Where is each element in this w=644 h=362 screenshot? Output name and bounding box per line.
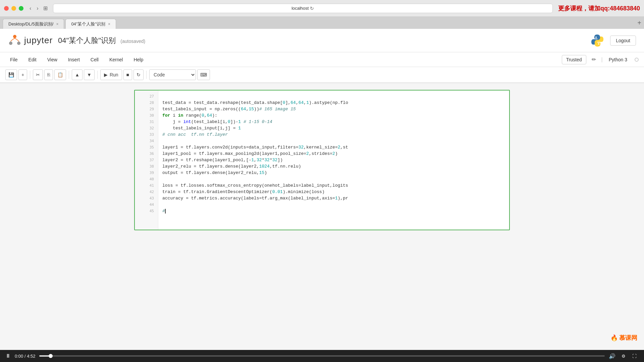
url-text: localhost: [291, 6, 309, 11]
paste-icon: 📋: [57, 72, 63, 77]
code-line-32: # cnn acc tf.nn tf.layer: [162, 132, 228, 137]
logout-button[interactable]: Logout: [610, 36, 636, 46]
run-button[interactable]: ▶ Run: [100, 69, 122, 80]
active-code-cell[interactable]: 27 28 29 30 31 32 33 34 35 36 37 38 39 4…: [134, 90, 510, 230]
reload-button[interactable]: ↻: [310, 6, 314, 11]
cell-gutter: 27 28 29 30 31 32 33 34 35 36 37 38 39 4…: [135, 90, 158, 230]
settings-button[interactable]: ⚙: [620, 353, 628, 359]
toolbar-sep-2: [69, 71, 69, 79]
line-num-37: 37: [136, 157, 157, 163]
progress-bar[interactable]: [39, 355, 605, 357]
notebook-title-text: 04"某个人脸"识别: [58, 36, 116, 45]
code-line-27: test_data = test_data.reshape(test_data.…: [162, 100, 348, 105]
code-line-34: layer1 = tf.layers.conv2d(inputs=data_in…: [162, 145, 348, 150]
watermark: 🔥 慕课网: [610, 334, 637, 342]
notebook-title[interactable]: 04"某个人脸"识别 (autosaved): [58, 36, 145, 46]
flame-icon: 🔥: [610, 334, 618, 342]
edit-pencil-button[interactable]: ✏: [589, 55, 599, 64]
code-line-37: layer2_relu = tf.layers.dense(layer2,102…: [162, 164, 301, 169]
url-bar[interactable]: localhost ↻: [53, 4, 553, 13]
line-num-45: 45: [136, 208, 157, 214]
cell-container: 27 28 29 30 31 32 33 34 35 36 37 38 39 4…: [121, 90, 523, 230]
line-num-41: 41: [136, 182, 157, 189]
move-down-button[interactable]: ▼: [84, 69, 95, 80]
keyboard-shortcuts-button[interactable]: ⌨: [197, 69, 210, 80]
trusted-button[interactable]: Trusted: [562, 55, 586, 64]
stop-icon: ■: [126, 72, 129, 77]
jupyter-logo: jupyter: [8, 34, 53, 47]
back-button[interactable]: ‹: [28, 5, 33, 12]
code-editor[interactable]: test_data = test_data.reshape(test_data.…: [158, 90, 509, 230]
forward-button[interactable]: ›: [35, 5, 40, 12]
new-tab-button[interactable]: +: [637, 19, 641, 27]
toolbar-sep-4: [146, 71, 147, 79]
menu-edit[interactable]: Edit: [24, 55, 41, 64]
menu-view[interactable]: View: [43, 55, 62, 64]
jupyter-logo-icon: [8, 34, 21, 47]
kernel-name: Python 3: [605, 55, 631, 64]
menu-help[interactable]: Help: [129, 55, 148, 64]
code-line-30: j = int(test_label[i,0])-1 # 1-15 0-14: [162, 119, 272, 124]
menu-cell[interactable]: Cell: [86, 55, 103, 64]
minimize-window-button[interactable]: [11, 6, 16, 11]
close-window-button[interactable]: [4, 6, 9, 11]
code-line-31: test_labels_input[i,j] = 1: [162, 126, 241, 131]
tab-file-browser-label: Desktop/DL/5面脸识别/: [8, 21, 53, 27]
cell-type-select[interactable]: Code Markdown Raw NBConvert: [149, 69, 196, 80]
progress-handle[interactable]: [49, 354, 53, 358]
menu-right: Trusted ✏ | Python 3: [562, 55, 639, 64]
svg-point-3: [595, 37, 597, 38]
code-line-42: accuracy = tf.metrics.accuracy(labels=tf…: [162, 196, 348, 201]
jupyter-logo-text: jupyter: [24, 35, 53, 46]
volume-icon: 🔊: [609, 353, 615, 359]
copy-icon: ⎘: [47, 72, 50, 77]
line-num-30: 30: [136, 112, 157, 119]
save-icon: 💾: [8, 72, 14, 77]
arrow-down-icon: ▼: [87, 72, 92, 77]
menu-file[interactable]: File: [5, 55, 22, 64]
menu-bar: File Edit View Insert Cell Kernel Help T…: [0, 52, 644, 67]
run-icon: ▶: [104, 72, 108, 77]
line-num-34: 34: [136, 138, 157, 144]
line-num-40: 40: [136, 176, 157, 182]
line-num-32: 32: [136, 125, 157, 131]
stop-button[interactable]: ■: [123, 69, 132, 80]
current-time: 0:00 / 4:52: [15, 354, 35, 359]
play-pause-button[interactable]: ⏸: [5, 353, 11, 359]
tab-notebook-label: 04"某个人脸"识别: [71, 21, 105, 27]
tab-notebook[interactable]: 04"某个人脸"识别 ×: [65, 19, 116, 29]
sidebar-toggle-button[interactable]: ⊞: [43, 5, 48, 11]
menu-kernel[interactable]: Kernel: [105, 55, 127, 64]
add-cell-button[interactable]: +: [18, 69, 27, 80]
kernel-status-icon: [635, 58, 639, 62]
tab-notebook-close-icon[interactable]: ×: [108, 22, 110, 26]
video-control-bar: ⏸ 0:00 / 4:52 🔊 ⚙ ⛶: [0, 350, 644, 362]
tab-close-icon[interactable]: ×: [56, 22, 58, 26]
line-num-33: 33: [136, 131, 157, 138]
line-num-44: 44: [136, 201, 157, 208]
separator-line: |: [601, 57, 603, 63]
svg-point-0: [13, 35, 16, 38]
save-button[interactable]: 💾: [5, 69, 17, 80]
cut-button[interactable]: ✂: [33, 69, 43, 80]
maximize-window-button[interactable]: [19, 6, 23, 11]
restart-icon: ↻: [137, 72, 141, 77]
code-line-29: for i in range(0,64):: [162, 113, 217, 118]
fullscreen-button[interactable]: ⛶: [630, 353, 639, 359]
line-num-35: 35: [136, 144, 157, 150]
code-line-40: loss = tf.losses.softmax_cross_entropy(o…: [162, 183, 348, 188]
menu-insert[interactable]: Insert: [63, 55, 85, 64]
plus-icon: +: [21, 72, 24, 77]
line-num-27: 27: [136, 93, 157, 100]
arrow-up-icon: ▲: [75, 72, 79, 77]
keyboard-icon: ⌨: [200, 72, 207, 77]
move-up-button[interactable]: ▲: [72, 69, 83, 80]
notebook-content: 27 28 29 30 31 32 33 34 35 36 37 38 39 4…: [0, 83, 644, 350]
restart-button[interactable]: ↻: [133, 69, 144, 80]
window-controls: [4, 6, 23, 11]
tab-file-browser[interactable]: Desktop/DL/5面脸识别/ ×: [3, 19, 64, 29]
code-line-41: train = tf.train.GradientDescentOptimize…: [162, 189, 325, 194]
copy-button[interactable]: ⎘: [44, 69, 53, 80]
svg-point-4: [598, 43, 599, 45]
paste-button[interactable]: 📋: [54, 69, 66, 80]
